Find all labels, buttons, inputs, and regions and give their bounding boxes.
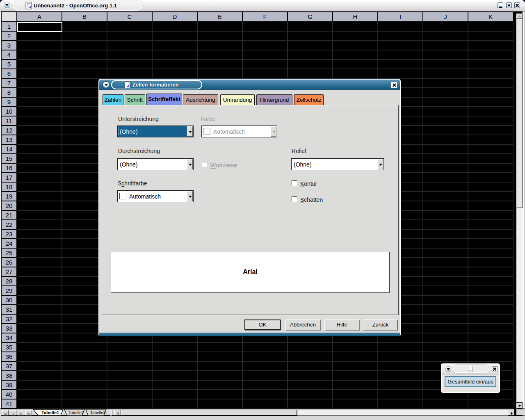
svg-text:Tabelle2: Tabelle2 bbox=[68, 411, 84, 415]
svg-text:Tabelle1: Tabelle1 bbox=[41, 410, 59, 415]
svg-text:Tabelle3: Tabelle3 bbox=[90, 411, 106, 415]
